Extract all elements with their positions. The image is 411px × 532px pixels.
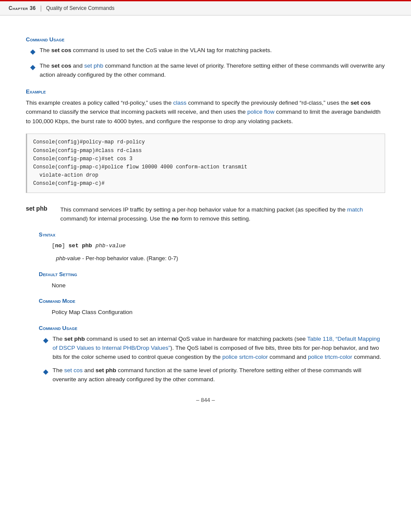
page-content: Command Usage ◆ The set cos command is u… — [0, 16, 411, 429]
list-item: ◆ The set cos and set phb command functi… — [30, 62, 385, 80]
example-text: This example creates a policy called “rd… — [26, 98, 385, 126]
syntax-heading: Syntax — [39, 231, 385, 238]
command-usage-list-2: ◆ The set phb command is used to set an … — [43, 335, 385, 384]
command-name-set-phb: set phb — [26, 205, 60, 212]
chapter-label: Chapter 36 — [9, 5, 36, 11]
bullet-text-3: The set phb command is used to set an in… — [53, 335, 385, 362]
table118-link[interactable]: Table 118, “Default Mapping of DSCP Valu… — [53, 336, 380, 351]
bullet-text-2: The set cos and set phb command function… — [40, 62, 385, 80]
list-item: ◆ The set phb command is used to set an … — [43, 335, 385, 362]
bullet-icon-1: ◆ — [30, 47, 35, 57]
command-usage-list-1: ◆ The set cos command is used to set the… — [30, 46, 385, 80]
header-separator: | — [40, 5, 42, 12]
class-link[interactable]: class — [173, 100, 187, 106]
set-phb-link-1[interactable]: set phb — [84, 62, 103, 69]
set-phb-entry: set phb This command services IP traffic… — [26, 205, 385, 224]
command-usage-heading-1: Command Usage — [26, 36, 385, 43]
command-mode-section: Command Mode Policy Map Class Configurat… — [39, 298, 385, 317]
police-flow-link[interactable]: police flow — [247, 109, 274, 115]
syntax-line: [no] set phb phb-value — [52, 241, 385, 251]
example-heading: Example — [26, 88, 385, 95]
bullet-icon-2: ◆ — [30, 62, 35, 73]
command-usage-section-2: Command Usage ◆ The set phb command is u… — [39, 325, 385, 384]
default-setting-section: Default Setting None — [39, 271, 385, 290]
command-usage-section-1: Command Usage ◆ The set cos command is u… — [26, 36, 385, 80]
police-trtcm-link[interactable]: police trtcm-color — [308, 354, 352, 360]
command-usage-heading-2: Command Usage — [39, 325, 385, 331]
syntax-section: Syntax [no] set phb phb-value phb-value … — [39, 231, 385, 263]
syntax-block: [no] set phb phb-value phb-value - Per-h… — [52, 241, 385, 263]
bullet-icon-4: ◆ — [43, 367, 48, 377]
command-mode-heading: Command Mode — [39, 298, 385, 304]
page-number: – 844 – — [196, 397, 215, 403]
default-value: None — [52, 281, 385, 290]
command-desc-set-phb: This command services IP traffic by sett… — [60, 205, 385, 224]
police-srtcm-link[interactable]: police srtcm-color — [222, 354, 268, 360]
bullet-icon-3: ◆ — [43, 335, 48, 346]
set-cos-link-2[interactable]: set cos — [64, 367, 83, 373]
code-block-1: Console(config)#policy-map rd-policy Con… — [26, 134, 385, 193]
header-title: Quality of Service Commands — [46, 5, 115, 11]
list-item: ◆ The set cos command is used to set the… — [30, 46, 385, 57]
example-section: Example This example creates a policy ca… — [26, 88, 385, 193]
list-item: ◆ The set cos and set phb command functi… — [43, 366, 385, 384]
bullet-text-4: The set cos and set phb command function… — [53, 366, 385, 384]
command-mode-value: Policy Map Class Configuration — [52, 308, 385, 317]
page-footer: – 844 – — [26, 397, 385, 412]
page-header: Chapter 36 | Quality of Service Commands — [0, 0, 411, 16]
command-entry-set-phb: set phb This command services IP traffic… — [26, 205, 385, 224]
default-setting-heading: Default Setting — [39, 271, 385, 277]
match-link[interactable]: match — [347, 206, 363, 213]
bullet-text-1: The set cos command is used to set the C… — [40, 46, 272, 55]
param-desc: phb-value - Per-hop behavior value. (Ran… — [56, 254, 385, 263]
